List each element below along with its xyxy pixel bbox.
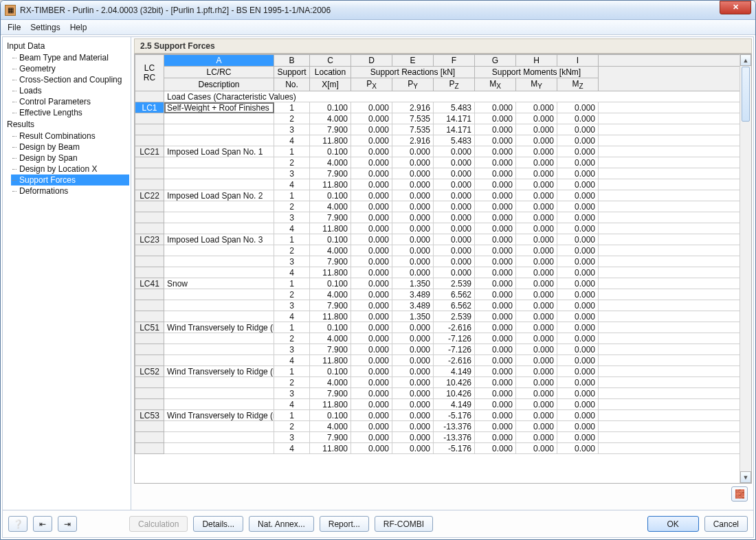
- support-no[interactable]: 3: [274, 432, 310, 443]
- tree-item-geometry[interactable]: Geometry: [11, 63, 129, 74]
- next-page-button[interactable]: ⇥: [58, 516, 77, 532]
- cell-x[interactable]: 7.900: [310, 124, 351, 135]
- cell-py[interactable]: 0.000: [392, 157, 434, 168]
- tree-item-design-by-span[interactable]: Design by Span: [11, 153, 129, 164]
- cell-pz[interactable]: 6.562: [434, 300, 475, 311]
- cell-my[interactable]: 0.000: [516, 377, 557, 388]
- cell-mx[interactable]: 0.000: [475, 179, 516, 190]
- cell-x[interactable]: 4.000: [310, 421, 351, 432]
- support-no[interactable]: 2: [274, 245, 310, 256]
- col-letter-i[interactable]: I: [557, 55, 599, 67]
- cell-mz[interactable]: 0.000: [557, 201, 599, 212]
- lc-description[interactable]: [164, 377, 274, 388]
- lc-description[interactable]: [164, 355, 274, 366]
- cell-px[interactable]: 0.000: [351, 399, 392, 410]
- support-no[interactable]: 4: [274, 223, 310, 234]
- cell-pz[interactable]: 5.483: [434, 102, 475, 113]
- cell-pz[interactable]: 0.000: [434, 201, 475, 212]
- cell-px[interactable]: 0.000: [351, 245, 392, 256]
- lc-description[interactable]: [164, 432, 274, 443]
- support-no[interactable]: 1: [274, 410, 310, 421]
- lc-description[interactable]: [164, 157, 274, 168]
- cell-px[interactable]: 0.000: [351, 432, 392, 443]
- cell-pz[interactable]: 4.149: [434, 399, 475, 410]
- col-header-pz[interactable]: PZ: [434, 78, 475, 91]
- cell-mz[interactable]: 0.000: [557, 443, 599, 454]
- cell-my[interactable]: 0.000: [516, 355, 557, 366]
- cell-my[interactable]: 0.000: [516, 234, 557, 245]
- col-header-no[interactable]: No.: [274, 78, 310, 91]
- cell-pz[interactable]: -5.176: [434, 410, 475, 421]
- cell-x[interactable]: 4.000: [310, 113, 351, 124]
- lc-label[interactable]: [135, 267, 164, 278]
- cell-my[interactable]: 0.000: [516, 278, 557, 289]
- cancel-button[interactable]: Cancel: [704, 516, 748, 532]
- tree-item-loads[interactable]: Loads: [11, 85, 129, 96]
- cell-pz[interactable]: -13.376: [434, 421, 475, 432]
- cell-px[interactable]: 0.000: [351, 322, 392, 333]
- cell-py[interactable]: 0.000: [392, 421, 434, 432]
- lc-label[interactable]: [135, 289, 164, 300]
- lc-description[interactable]: [164, 289, 274, 300]
- tree-item-design-by-beam[interactable]: Design by Beam: [11, 142, 129, 153]
- cell-mz[interactable]: 0.000: [557, 190, 599, 201]
- cell-mz[interactable]: 0.000: [557, 179, 599, 190]
- tree-item-beam-type-and-material[interactable]: Beam Type and Material: [11, 52, 129, 63]
- cell-my[interactable]: 0.000: [516, 289, 557, 300]
- lc-description[interactable]: [164, 179, 274, 190]
- support-no[interactable]: 3: [274, 256, 310, 267]
- cell-mx[interactable]: 0.000: [475, 377, 516, 388]
- cell-px[interactable]: 0.000: [351, 355, 392, 366]
- cell-mx[interactable]: 0.000: [475, 399, 516, 410]
- cell-my[interactable]: 0.000: [516, 190, 557, 201]
- support-no[interactable]: 4: [274, 135, 310, 146]
- cell-x[interactable]: 11.800: [310, 267, 351, 278]
- support-no[interactable]: 3: [274, 300, 310, 311]
- cell-px[interactable]: 0.000: [351, 256, 392, 267]
- cell-pz[interactable]: -13.376: [434, 432, 475, 443]
- lc-description[interactable]: [164, 267, 274, 278]
- cell-pz[interactable]: 6.562: [434, 289, 475, 300]
- cell-py[interactable]: 0.000: [392, 223, 434, 234]
- prev-page-button[interactable]: ⇤: [33, 516, 52, 532]
- cell-mx[interactable]: 0.000: [475, 146, 516, 157]
- scroll-thumb[interactable]: [742, 67, 750, 122]
- cell-x[interactable]: 0.100: [310, 234, 351, 245]
- menu-settings[interactable]: Settings: [30, 23, 60, 32]
- lc-label[interactable]: [135, 223, 164, 234]
- cell-mx[interactable]: 0.000: [475, 344, 516, 355]
- support-no[interactable]: 3: [274, 212, 310, 223]
- support-no[interactable]: 1: [274, 322, 310, 333]
- menu-help[interactable]: Help: [70, 23, 87, 32]
- cell-my[interactable]: 0.000: [516, 267, 557, 278]
- cell-py[interactable]: 0.000: [392, 432, 434, 443]
- cell-py[interactable]: 2.916: [392, 102, 434, 113]
- tree-item-result-combinations[interactable]: Result Combinations: [11, 131, 129, 142]
- vertical-scrollbar[interactable]: ▲ ▼: [740, 54, 751, 483]
- cell-mz[interactable]: 0.000: [557, 421, 599, 432]
- lc-label[interactable]: LC21: [135, 146, 164, 157]
- cell-px[interactable]: 0.000: [351, 168, 392, 179]
- lc-description[interactable]: Imposed Load Span No. 2: [164, 190, 274, 201]
- results-table[interactable]: LC RC ABCDEFGHI LC/RC Support Location S…: [134, 54, 752, 484]
- cell-px[interactable]: 0.000: [351, 212, 392, 223]
- cell-x[interactable]: 0.100: [310, 190, 351, 201]
- cell-mx[interactable]: 0.000: [475, 300, 516, 311]
- cell-mz[interactable]: 0.000: [557, 146, 599, 157]
- cell-my[interactable]: 0.000: [516, 146, 557, 157]
- cell-my[interactable]: 0.000: [516, 179, 557, 190]
- cell-x[interactable]: 0.100: [310, 278, 351, 289]
- cell-pz[interactable]: 2.539: [434, 311, 475, 322]
- cell-mx[interactable]: 0.000: [475, 135, 516, 146]
- lc-description[interactable]: [164, 344, 274, 355]
- lc-description[interactable]: Snow: [164, 278, 274, 289]
- cell-py[interactable]: 0.000: [392, 344, 434, 355]
- cell-x[interactable]: 4.000: [310, 201, 351, 212]
- cell-px[interactable]: 0.000: [351, 113, 392, 124]
- cell-x[interactable]: 11.800: [310, 355, 351, 366]
- cell-px[interactable]: 0.000: [351, 201, 392, 212]
- cell-x[interactable]: 11.800: [310, 135, 351, 146]
- cell-x[interactable]: 7.900: [310, 300, 351, 311]
- lc-description[interactable]: [164, 135, 274, 146]
- col-header-my[interactable]: MY: [516, 78, 557, 91]
